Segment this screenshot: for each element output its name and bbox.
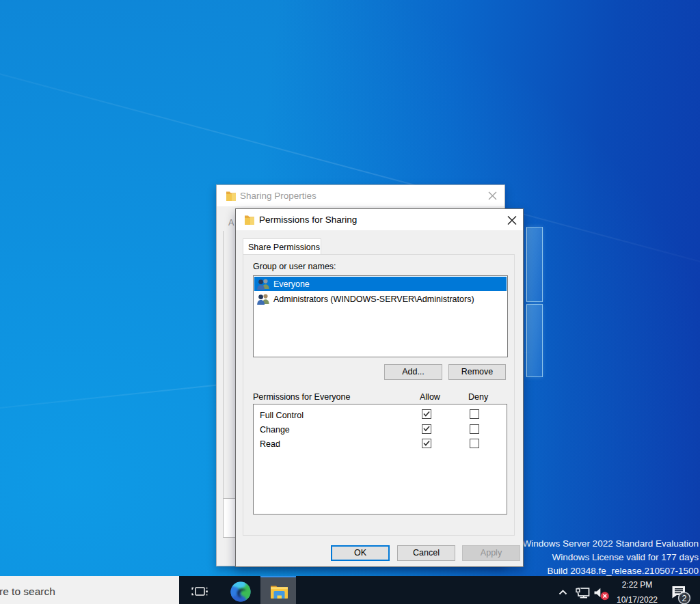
svg-text:2: 2 (682, 594, 687, 603)
